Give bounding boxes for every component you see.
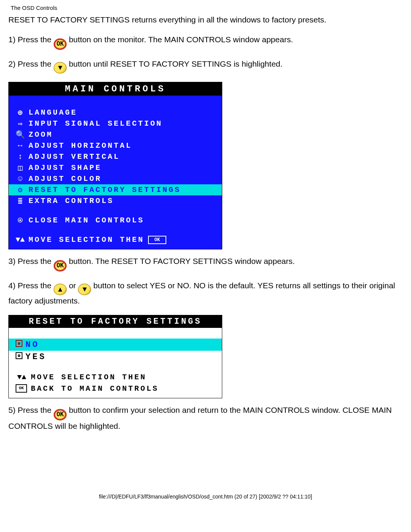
- zoom-icon: 🔍: [12, 130, 29, 139]
- osd-reset-factory: RESET TO FACTORY SETTINGS NO YES ▼▲ MOVE…: [8, 315, 222, 398]
- menu-item-input-signal[interactable]: ⇨ INPUT SIGNAL SELECTION: [9, 118, 222, 129]
- color-icon: ☺: [12, 174, 29, 183]
- ok-button-icon: OK: [54, 409, 67, 420]
- option-label: NO: [25, 340, 39, 350]
- ok-button-icon: OK: [54, 260, 67, 272]
- step-4: 4) Press the ▲ or ▼ button to select YES…: [8, 280, 403, 307]
- down-arrow-icon: ▼: [54, 62, 67, 73]
- menu-item-adjust-color[interactable]: ☺ ADJUST COLOR: [9, 173, 222, 184]
- shape-icon: ◫: [12, 163, 29, 173]
- updown-icon: ▼▲: [12, 235, 29, 244]
- menu-label: ZOOM: [29, 130, 53, 139]
- menu-label: LANGUAGE: [29, 108, 77, 117]
- menu-label: ADJUST HORIZONTAL: [29, 141, 132, 150]
- step-3-b: button. The RESET TO FACTORY SETTINGS wi…: [69, 257, 295, 265]
- step-5-b: button to confirm your selection and ret…: [8, 406, 392, 430]
- osd-title: MAIN CONTROLS: [9, 82, 222, 96]
- footer-label: BACK TO MAIN CONTROLS: [31, 384, 159, 393]
- menu-item-language[interactable]: ⊕ LANGUAGE: [9, 107, 222, 118]
- language-icon: ⊕: [12, 108, 29, 117]
- option-label: YES: [25, 352, 46, 362]
- step-4-a: 4) Press the: [8, 281, 54, 290]
- osd-title: RESET TO FACTORY SETTINGS: [9, 315, 222, 328]
- menu-item-zoom[interactable]: 🔍 ZOOM: [9, 129, 222, 140]
- footer-label: MOVE SELECTION THEN: [31, 373, 147, 382]
- step-4-c: button to select YES or NO. NO is the de…: [8, 281, 395, 305]
- menu-item-close[interactable]: ⍟ CLOSE MAIN CONTROLS: [9, 215, 222, 226]
- menu-item-adjust-horizontal[interactable]: ↔ ADJUST HORIZONTAL: [9, 140, 222, 151]
- menu-label: ADJUST VERTICAL: [29, 152, 120, 161]
- intro-text: RESET TO FACTORY SETTINGS returns everyt…: [8, 14, 403, 26]
- menu-label: ADJUST COLOR: [29, 174, 102, 183]
- step-3: 3) Press the OK button. The RESET TO FAC…: [8, 256, 403, 271]
- ok-box-icon: OK: [148, 236, 166, 244]
- menu-label: EXTRA CONTROLS: [29, 197, 114, 205]
- unselected-icon: [13, 352, 25, 362]
- menu-label: CLOSE MAIN CONTROLS: [29, 216, 144, 225]
- down-arrow-icon: ▼: [78, 284, 91, 295]
- option-yes[interactable]: YES: [9, 351, 222, 363]
- step-2: 2) Press the ▼ button until RESET TO FAC…: [8, 58, 403, 73]
- page-header: The OSD Controls: [8, 0, 403, 14]
- selected-icon: [13, 340, 25, 350]
- menu-item-adjust-vertical[interactable]: ↕ ADJUST VERTICAL: [9, 151, 222, 162]
- menu-label: ADJUST SHAPE: [29, 163, 102, 172]
- step-3-a: 3) Press the: [8, 257, 54, 265]
- factory-icon: ⚙: [12, 185, 29, 195]
- file-path-footer: file:///D|/EDFU/LF3/lf3manual/english/OS…: [8, 440, 403, 500]
- vertical-icon: ↕: [12, 152, 29, 161]
- hint-label: MOVE SELECTION THEN: [29, 235, 144, 244]
- menu-label: RESET TO FACTORY SETTINGS: [29, 185, 181, 194]
- menu-item-reset-factory[interactable]: ⚙ RESET TO FACTORY SETTINGS: [9, 184, 222, 195]
- osd-footer: ▼▲ MOVE SELECTION THEN OK BACK TO MAIN C…: [9, 363, 222, 398]
- ok-button-icon: OK: [54, 38, 67, 50]
- option-no[interactable]: NO: [9, 339, 222, 351]
- step-1: 1) Press the OK button on the monitor. T…: [8, 34, 403, 50]
- menu-item-adjust-shape[interactable]: ◫ ADJUST SHAPE: [9, 162, 222, 173]
- input-signal-icon: ⇨: [12, 119, 29, 128]
- step-5-a: 5) Press the: [8, 406, 54, 414]
- step-1-b: button on the monitor. The MAIN CONTROLS…: [69, 35, 293, 44]
- close-icon: ⍟: [12, 216, 29, 225]
- step-2-b: button until RESET TO FACTORY SETTINGS i…: [69, 59, 282, 68]
- horizontal-icon: ↔: [12, 141, 29, 150]
- up-arrow-icon: ▲: [54, 284, 67, 295]
- menu-label: INPUT SIGNAL SELECTION: [29, 119, 162, 128]
- ok-box-icon: OK: [16, 384, 27, 393]
- step-2-a: 2) Press the: [8, 59, 54, 68]
- menu-item-extra-controls[interactable]: ≣ EXTRA CONTROLS: [9, 195, 222, 206]
- extra-icon: ≣: [12, 196, 29, 206]
- step-5: 5) Press the OK button to confirm your s…: [8, 404, 403, 432]
- osd-main-controls: MAIN CONTROLS ⊕ LANGUAGE ⇨ INPUT SIGNAL …: [8, 82, 222, 249]
- step-4-b: or: [69, 281, 78, 290]
- updown-icon: ▼▲: [13, 373, 31, 382]
- step-1-a: 1) Press the: [8, 35, 54, 44]
- osd-hint: ▼▲ MOVE SELECTION THEN OK: [9, 234, 222, 245]
